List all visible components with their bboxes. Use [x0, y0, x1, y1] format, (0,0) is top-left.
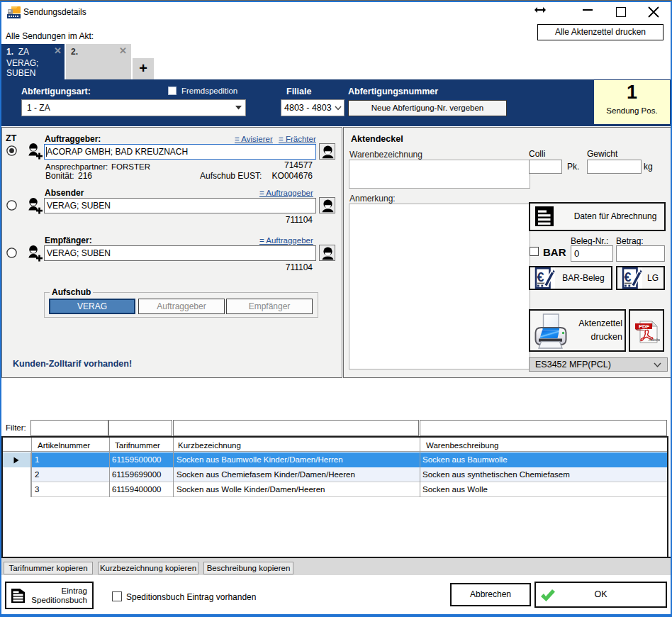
svg-text:Adobe: Adobe — [648, 338, 660, 342]
svg-text:PDF: PDF — [639, 323, 649, 330]
